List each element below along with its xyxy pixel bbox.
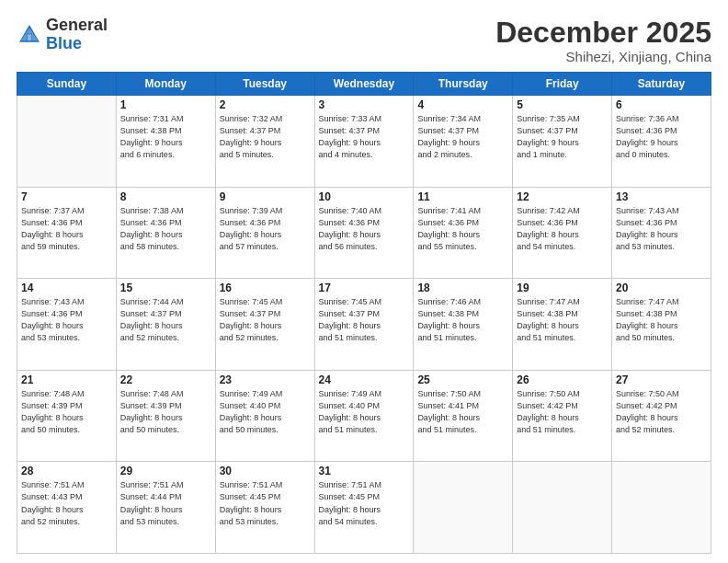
calendar-cell: 22Sunrise: 7:48 AM Sunset: 4:39 PM Dayli… xyxy=(116,370,215,462)
day-number: 8 xyxy=(120,190,211,203)
calendar-week-row: 14Sunrise: 7:43 AM Sunset: 4:36 PM Dayli… xyxy=(17,279,711,371)
day-info: Sunrise: 7:32 AM Sunset: 4:37 PM Dayligh… xyxy=(220,113,311,161)
day-number: 10 xyxy=(319,190,410,203)
day-info: Sunrise: 7:38 AM Sunset: 4:36 PM Dayligh… xyxy=(120,205,211,253)
calendar-cell: 12Sunrise: 7:42 AM Sunset: 4:36 PM Dayli… xyxy=(513,187,612,279)
day-number: 3 xyxy=(319,98,410,111)
day-info: Sunrise: 7:51 AM Sunset: 4:44 PM Dayligh… xyxy=(120,479,211,527)
day-info: Sunrise: 7:33 AM Sunset: 4:37 PM Dayligh… xyxy=(319,113,410,161)
calendar-cell: 1Sunrise: 7:31 AM Sunset: 4:38 PM Daylig… xyxy=(116,96,215,188)
day-number: 17 xyxy=(319,282,410,294)
calendar-cell: 10Sunrise: 7:40 AM Sunset: 4:36 PM Dayli… xyxy=(314,187,414,279)
day-number: 27 xyxy=(616,373,707,386)
day-number: 23 xyxy=(220,373,311,386)
logo-icon xyxy=(17,22,42,48)
logo-line2: Blue xyxy=(46,35,108,53)
svg-rect-2 xyxy=(28,34,32,40)
logo: General Blue xyxy=(17,17,108,53)
day-info: Sunrise: 7:47 AM Sunset: 4:38 PM Dayligh… xyxy=(616,296,707,344)
day-number: 29 xyxy=(120,465,211,477)
calendar-cell: 24Sunrise: 7:49 AM Sunset: 4:40 PM Dayli… xyxy=(314,370,414,462)
day-info: Sunrise: 7:41 AM Sunset: 4:36 PM Dayligh… xyxy=(417,205,508,253)
day-info: Sunrise: 7:51 AM Sunset: 4:43 PM Dayligh… xyxy=(21,479,112,527)
weekday-header: Thursday xyxy=(414,73,513,96)
calendar-cell: 17Sunrise: 7:45 AM Sunset: 4:37 PM Dayli… xyxy=(314,279,414,371)
calendar-cell: 28Sunrise: 7:51 AM Sunset: 4:43 PM Dayli… xyxy=(17,462,117,554)
calendar-cell: 11Sunrise: 7:41 AM Sunset: 4:36 PM Dayli… xyxy=(414,187,513,279)
weekday-header-row: SundayMondayTuesdayWednesdayThursdayFrid… xyxy=(17,73,711,96)
calendar-cell: 13Sunrise: 7:43 AM Sunset: 4:36 PM Dayli… xyxy=(612,187,711,279)
calendar-cell: 8Sunrise: 7:38 AM Sunset: 4:36 PM Daylig… xyxy=(116,187,215,279)
header: General Blue December 2025 Shihezi, Xinj… xyxy=(17,17,711,64)
calendar-cell: 2Sunrise: 7:32 AM Sunset: 4:37 PM Daylig… xyxy=(215,96,314,188)
day-info: Sunrise: 7:36 AM Sunset: 4:36 PM Dayligh… xyxy=(616,113,707,161)
calendar-cell: 26Sunrise: 7:50 AM Sunset: 4:42 PM Dayli… xyxy=(513,370,612,462)
weekday-header: Wednesday xyxy=(314,73,414,96)
title-block: December 2025 Shihezi, Xinjiang, China xyxy=(495,17,711,64)
day-number: 11 xyxy=(417,190,508,203)
day-number: 30 xyxy=(220,465,311,477)
calendar-cell: 7Sunrise: 7:37 AM Sunset: 4:36 PM Daylig… xyxy=(17,187,117,279)
day-info: Sunrise: 7:50 AM Sunset: 4:42 PM Dayligh… xyxy=(517,388,608,436)
day-number: 20 xyxy=(616,282,707,294)
day-info: Sunrise: 7:50 AM Sunset: 4:42 PM Dayligh… xyxy=(616,388,707,436)
day-number: 7 xyxy=(21,190,112,203)
calendar-cell: 16Sunrise: 7:45 AM Sunset: 4:37 PM Dayli… xyxy=(215,279,314,371)
day-info: Sunrise: 7:42 AM Sunset: 4:36 PM Dayligh… xyxy=(517,205,608,253)
calendar-week-row: 21Sunrise: 7:48 AM Sunset: 4:39 PM Dayli… xyxy=(17,370,711,462)
day-info: Sunrise: 7:40 AM Sunset: 4:36 PM Dayligh… xyxy=(319,205,410,253)
calendar-cell: 27Sunrise: 7:50 AM Sunset: 4:42 PM Dayli… xyxy=(612,370,711,462)
day-number: 31 xyxy=(319,465,410,477)
calendar-week-row: 7Sunrise: 7:37 AM Sunset: 4:36 PM Daylig… xyxy=(17,187,711,279)
day-info: Sunrise: 7:51 AM Sunset: 4:45 PM Dayligh… xyxy=(220,479,311,527)
calendar-cell: 3Sunrise: 7:33 AM Sunset: 4:37 PM Daylig… xyxy=(314,96,414,188)
day-info: Sunrise: 7:46 AM Sunset: 4:38 PM Dayligh… xyxy=(417,296,508,344)
day-info: Sunrise: 7:51 AM Sunset: 4:45 PM Dayligh… xyxy=(319,479,410,527)
day-info: Sunrise: 7:45 AM Sunset: 4:37 PM Dayligh… xyxy=(319,296,410,344)
day-info: Sunrise: 7:39 AM Sunset: 4:36 PM Dayligh… xyxy=(220,205,311,253)
day-number: 22 xyxy=(120,373,211,386)
day-info: Sunrise: 7:35 AM Sunset: 4:37 PM Dayligh… xyxy=(517,113,608,161)
day-number: 12 xyxy=(517,190,608,203)
day-number: 1 xyxy=(120,98,211,111)
day-info: Sunrise: 7:44 AM Sunset: 4:37 PM Dayligh… xyxy=(120,296,211,344)
calendar-cell: 20Sunrise: 7:47 AM Sunset: 4:38 PM Dayli… xyxy=(612,279,711,371)
day-number: 28 xyxy=(21,465,112,477)
calendar-cell xyxy=(513,462,612,554)
weekday-header: Sunday xyxy=(17,73,117,96)
day-number: 15 xyxy=(120,282,211,294)
day-number: 25 xyxy=(417,373,508,386)
calendar-cell: 5Sunrise: 7:35 AM Sunset: 4:37 PM Daylig… xyxy=(513,96,612,188)
day-number: 4 xyxy=(417,98,508,111)
logo-line1: General xyxy=(46,17,108,35)
location: Shihezi, Xinjiang, China xyxy=(495,49,711,64)
calendar-cell: 21Sunrise: 7:48 AM Sunset: 4:39 PM Dayli… xyxy=(17,370,117,462)
day-info: Sunrise: 7:49 AM Sunset: 4:40 PM Dayligh… xyxy=(220,388,311,436)
calendar-week-row: 28Sunrise: 7:51 AM Sunset: 4:43 PM Dayli… xyxy=(17,462,711,554)
day-info: Sunrise: 7:43 AM Sunset: 4:36 PM Dayligh… xyxy=(21,296,112,344)
calendar-cell: 4Sunrise: 7:34 AM Sunset: 4:37 PM Daylig… xyxy=(414,96,513,188)
day-info: Sunrise: 7:45 AM Sunset: 4:37 PM Dayligh… xyxy=(220,296,311,344)
day-number: 2 xyxy=(220,98,311,111)
calendar-cell xyxy=(612,462,711,554)
calendar-week-row: 1Sunrise: 7:31 AM Sunset: 4:38 PM Daylig… xyxy=(17,96,711,188)
weekday-header: Tuesday xyxy=(215,73,314,96)
calendar-cell: 29Sunrise: 7:51 AM Sunset: 4:44 PM Dayli… xyxy=(116,462,215,554)
calendar-cell: 9Sunrise: 7:39 AM Sunset: 4:36 PM Daylig… xyxy=(215,187,314,279)
calendar-table: SundayMondayTuesdayWednesdayThursdayFrid… xyxy=(17,72,711,554)
day-number: 14 xyxy=(21,282,112,294)
day-info: Sunrise: 7:50 AM Sunset: 4:41 PM Dayligh… xyxy=(417,388,508,436)
calendar-cell: 30Sunrise: 7:51 AM Sunset: 4:45 PM Dayli… xyxy=(215,462,314,554)
day-info: Sunrise: 7:37 AM Sunset: 4:36 PM Dayligh… xyxy=(21,205,112,253)
day-info: Sunrise: 7:43 AM Sunset: 4:36 PM Dayligh… xyxy=(616,205,707,253)
calendar-cell: 15Sunrise: 7:44 AM Sunset: 4:37 PM Dayli… xyxy=(116,279,215,371)
day-info: Sunrise: 7:34 AM Sunset: 4:37 PM Dayligh… xyxy=(417,113,508,161)
day-info: Sunrise: 7:49 AM Sunset: 4:40 PM Dayligh… xyxy=(319,388,410,436)
day-info: Sunrise: 7:31 AM Sunset: 4:38 PM Dayligh… xyxy=(120,113,211,161)
day-number: 6 xyxy=(616,98,707,111)
month-title: December 2025 xyxy=(495,17,711,49)
weekday-header: Monday xyxy=(116,73,215,96)
calendar-cell: 23Sunrise: 7:49 AM Sunset: 4:40 PM Dayli… xyxy=(215,370,314,462)
day-number: 13 xyxy=(616,190,707,203)
weekday-header: Saturday xyxy=(612,73,711,96)
